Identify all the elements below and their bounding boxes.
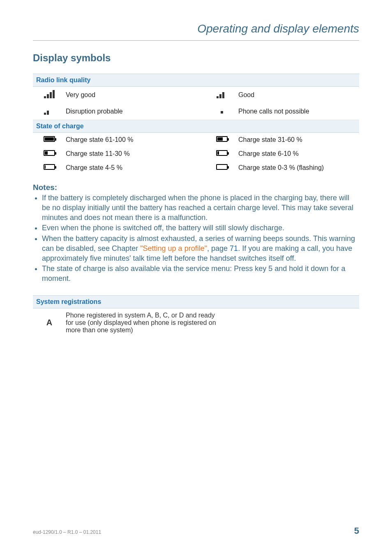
note-item: Even when the phone is switched off, the…: [42, 223, 359, 233]
system-registration-desc: Phone registered in system A, B, C, or D…: [66, 308, 359, 337]
system-registration-desc-text: Phone registered in system A, B, C, or D…: [66, 312, 222, 334]
battery-empty-icon: [205, 161, 238, 175]
table-row: Very good Good: [33, 87, 359, 104]
system-registrations-table: System registrations A Phone registered …: [33, 295, 359, 337]
signal-none-label: Phone calls not possible: [238, 103, 359, 120]
section-header-radio: Radio link quality: [33, 74, 359, 87]
symbols-table: Radio link quality Very good Good Disrup…: [33, 74, 359, 175]
note-link[interactable]: "Setting up a profile": [140, 244, 207, 253]
notes-box: Notes: If the battery is completely disc…: [33, 182, 359, 284]
signal-disruption-label: Disruption probable: [66, 103, 205, 120]
battery-31-60-label: Charge state 31-60 %: [238, 133, 359, 147]
battery-verylow-icon: [205, 147, 238, 161]
table-row: Charge state 61-100 % Charge state 31-60…: [33, 133, 359, 147]
signal-disruption-icon: [33, 103, 66, 120]
battery-4-5-label: Charge state 4-5 %: [66, 161, 205, 175]
divider: [33, 40, 359, 41]
footer-doc-id: eud-1290/1.0 – R1.0 – 01.2011: [33, 529, 101, 535]
section-header-charge-label: State of charge: [33, 120, 359, 133]
table-row: Charge state 4-5 % Charge state 0-3 % (f…: [33, 161, 359, 175]
section-header-sysreg-label: System registrations: [33, 295, 359, 308]
battery-critical-icon: [33, 161, 66, 175]
battery-half-icon: [205, 133, 238, 147]
page-title: Display symbols: [33, 52, 359, 64]
section-header-radio-label: Radio link quality: [33, 74, 359, 87]
page-number: 5: [354, 526, 359, 536]
battery-11-30-label: Charge state 11-30 %: [66, 147, 205, 161]
note-item: If the battery is completely discharged …: [42, 193, 359, 222]
breadcrumb: Operating and display elements: [33, 22, 359, 39]
table-row: A Phone registered in system A, B, C, or…: [33, 308, 359, 337]
note-text: , page: [207, 244, 230, 253]
signal-good-label: Good: [238, 87, 359, 104]
section-header-sysreg: System registrations: [33, 295, 359, 308]
signal-good-icon: [205, 87, 238, 104]
battery-0-3-label: Charge state 0-3 % (flashing): [238, 161, 359, 175]
note-item: When the battery capacity is almost exha…: [42, 234, 359, 263]
section-header-charge: State of charge: [33, 120, 359, 133]
note-page-ref[interactable]: 71: [230, 244, 238, 253]
table-row: Disruption probable Phone calls not poss…: [33, 103, 359, 120]
battery-6-10-label: Charge state 6-10 %: [238, 147, 359, 161]
note-item: The state of charge is also available vi…: [42, 264, 359, 284]
signal-very-good-label: Very good: [66, 87, 205, 104]
battery-low-icon: [33, 147, 66, 161]
system-a-icon: A: [33, 308, 66, 337]
notes-title: Notes:: [33, 182, 359, 192]
signal-very-good-icon: [33, 87, 66, 104]
battery-full-icon: [33, 133, 66, 147]
signal-none-icon: [205, 103, 238, 120]
table-row: Charge state 11-30 % Charge state 6-10 %: [33, 147, 359, 161]
battery-61-100-label: Charge state 61-100 %: [66, 133, 205, 147]
